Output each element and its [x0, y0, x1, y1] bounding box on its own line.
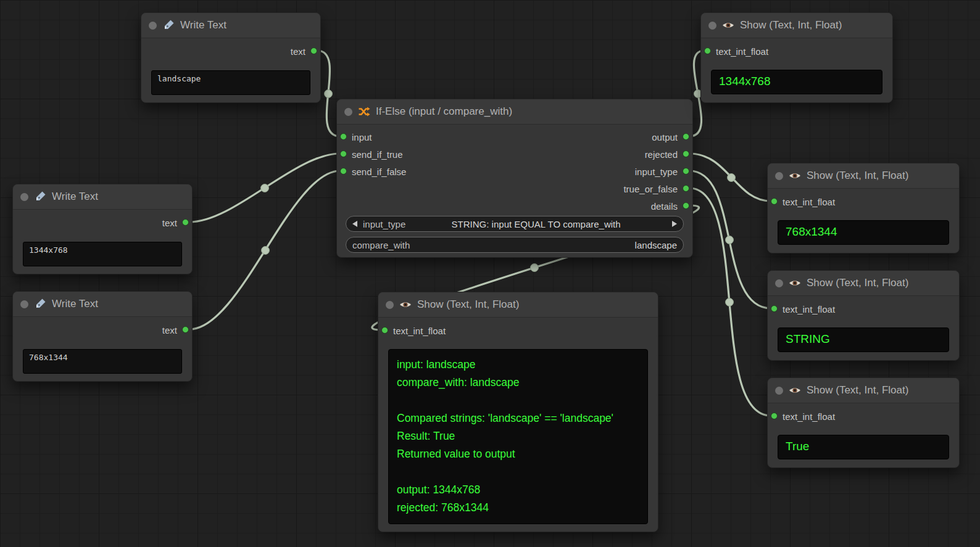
text-value-input[interactable]: 1344x768 — [23, 242, 182, 266]
node-write-text-2[interactable]: Write Text text 1344x768 — [12, 184, 193, 274]
collapse-toggle[interactable] — [775, 387, 783, 395]
shuffle-icon — [358, 105, 370, 118]
port-dot[interactable] — [381, 327, 388, 334]
node-header[interactable]: Write Text — [13, 184, 192, 210]
node-title: Write Text — [180, 19, 226, 31]
collapse-toggle[interactable] — [149, 22, 157, 30]
port-dot[interactable] — [771, 198, 778, 205]
collapse-toggle[interactable] — [20, 193, 28, 201]
port-dot[interactable] — [683, 185, 689, 192]
combo-next-icon[interactable] — [672, 221, 677, 227]
combo-prev-icon[interactable] — [352, 221, 357, 227]
node-header[interactable]: Write Text — [141, 13, 320, 38]
collapse-toggle[interactable] — [344, 108, 352, 116]
port-dot[interactable] — [340, 133, 347, 140]
input-port-text-int-float: text_int_float — [768, 408, 835, 425]
port-dot[interactable] — [182, 326, 189, 333]
wire-midpoint-dot — [261, 184, 269, 192]
port-label: text_int_float — [783, 197, 835, 207]
eye-icon — [722, 19, 734, 31]
text-value-input[interactable]: landscape — [151, 70, 310, 95]
node-title: Show (Text, Int, Float) — [807, 170, 908, 182]
port-dot[interactable] — [771, 413, 778, 419]
collapse-toggle[interactable] — [386, 301, 394, 309]
node-header[interactable]: Show (Text, Int, Float) — [768, 378, 959, 403]
node-title: Show (Text, Int, Float) — [807, 277, 908, 289]
node-write-text-1[interactable]: Write Text text landscape — [141, 12, 321, 103]
eye-icon — [789, 170, 801, 182]
port-label: text — [162, 218, 177, 228]
node-title: If-Else (input / compare_with) — [376, 105, 512, 118]
combo-value: STRING: input EQUAL TO compare_with — [405, 219, 666, 229]
input-type-combo[interactable]: input_type STRING: input EQUAL TO compar… — [346, 216, 684, 232]
pen-icon — [34, 298, 46, 310]
input-port-text-int-float: text_int_float — [701, 43, 768, 60]
node-show-rejected[interactable]: Show (Text, Int, Float) text_int_float 7… — [767, 163, 960, 253]
port-label: text — [162, 325, 177, 335]
node-show-input-type[interactable]: Show (Text, Int, Float) text_int_float S… — [767, 270, 960, 361]
output-port-text: text — [291, 43, 320, 60]
eye-icon — [789, 277, 801, 289]
port-dot[interactable] — [310, 47, 317, 54]
port-label: details — [651, 201, 678, 212]
port-dot[interactable] — [340, 150, 347, 157]
port-label: true_or_false — [623, 184, 678, 194]
collapse-toggle[interactable] — [775, 279, 783, 287]
eye-icon — [789, 384, 801, 397]
eye-icon — [399, 298, 412, 311]
port-label: text_int_float — [783, 304, 835, 315]
port-dot[interactable] — [683, 133, 689, 140]
node-show-details[interactable]: Show (Text, Int, Float) text_int_float i… — [378, 292, 658, 532]
wire-write3-to-send-if-false — [189, 171, 340, 329]
wire-midpoint-dot — [262, 247, 270, 255]
port-label: send_if_false — [352, 167, 406, 177]
collapse-toggle[interactable] — [708, 22, 716, 30]
widget-value: landscape — [410, 240, 677, 250]
wire-midpoint-dot — [325, 90, 333, 98]
compare-with-input[interactable]: compare_with landscape — [346, 237, 684, 253]
node-header[interactable]: If-Else (input / compare_with) — [337, 99, 692, 125]
display-output: 1344x768 — [711, 70, 882, 94]
display-output: 768x1344 — [778, 220, 949, 245]
port-dot[interactable] — [704, 47, 711, 54]
port-dot[interactable] — [182, 219, 189, 226]
node-if-else[interactable]: If-Else (input / compare_with) input sen… — [336, 99, 693, 258]
node-header[interactable]: Write Text — [13, 292, 192, 317]
output-port-details: details — [651, 197, 692, 215]
display-output: True — [778, 435, 949, 459]
port-label: input — [352, 132, 372, 142]
node-write-text-3[interactable]: Write Text text 768x1344 — [12, 291, 193, 382]
node-title: Show (Text, Int, Float) — [807, 384, 908, 397]
output-port-input-type: input_type — [635, 163, 692, 180]
wire-write2-to-send-if-true — [189, 154, 340, 222]
text-value-input[interactable]: 768x1344 — [23, 349, 182, 374]
node-title: Show (Text, Int, Float) — [417, 298, 519, 311]
node-header[interactable]: Show (Text, Int, Float) — [768, 271, 959, 296]
port-label: send_if_true — [352, 149, 403, 160]
node-header[interactable]: Show (Text, Int, Float) — [768, 163, 959, 189]
output-port-text: text — [162, 321, 192, 339]
node-show-true-or-false[interactable]: Show (Text, Int, Float) text_int_float T… — [767, 377, 960, 468]
port-dot[interactable] — [771, 305, 778, 312]
node-header[interactable]: Show (Text, Int, Float) — [701, 13, 892, 38]
output-port-rejected: rejected — [645, 146, 692, 163]
node-canvas[interactable]: Write Text text landscape Write Text tex… — [0, 0, 980, 547]
node-title: Write Text — [52, 191, 98, 203]
output-port-true-or-false: true_or_false — [623, 180, 692, 197]
wire-rejected-to-show — [689, 154, 771, 201]
display-output: STRING — [778, 327, 949, 352]
node-header[interactable]: Show (Text, Int, Float) — [378, 292, 658, 318]
port-label: input_type — [635, 167, 678, 177]
port-dot[interactable] — [683, 150, 689, 157]
port-dot[interactable] — [683, 168, 689, 175]
collapse-toggle[interactable] — [775, 172, 783, 180]
collapse-toggle[interactable] — [20, 300, 28, 308]
port-dot[interactable] — [683, 202, 689, 209]
wire-input-type-to-show — [689, 171, 771, 308]
node-show-output[interactable]: Show (Text, Int, Float) text_int_float 1… — [700, 12, 893, 103]
widget-label: compare_with — [352, 240, 410, 250]
port-dot[interactable] — [340, 168, 347, 175]
port-label: text — [291, 46, 305, 57]
wire-midpoint-dot — [726, 298, 734, 306]
wire-true-or-false-to-show — [689, 188, 771, 416]
